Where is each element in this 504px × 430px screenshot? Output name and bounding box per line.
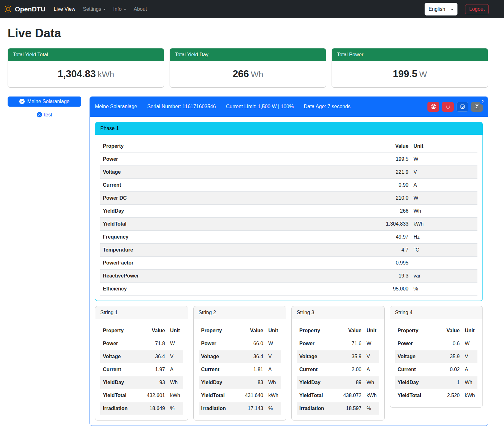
- property-cell: Voltage: [100, 165, 370, 178]
- table-row: Temperature 4.7 °C: [100, 243, 477, 256]
- value-cell: 0.90: [370, 178, 411, 191]
- summary-card-yield-day: Total Yield Day 266Wh: [170, 48, 326, 88]
- property-cell: Irradiation: [297, 402, 339, 415]
- property-cell: YieldDay: [199, 376, 241, 389]
- property-cell: Efficiency: [100, 282, 370, 295]
- value-cell: 2.520: [437, 389, 462, 402]
- unit-cell: A: [462, 363, 477, 376]
- column-property: Property: [297, 324, 339, 337]
- string-body: Property Value Unit Power: [390, 319, 483, 402]
- unit-cell: V: [266, 350, 281, 363]
- language-select[interactable]: English: [425, 3, 457, 16]
- unit-cell: var: [411, 269, 477, 282]
- unit-cell: [411, 256, 477, 269]
- main-row: Meine Solaranlage test Meine Solaranlage…: [8, 97, 488, 426]
- unit-cell: A: [364, 363, 379, 376]
- table-header-row: Property Value Unit: [100, 140, 477, 153]
- value-cell: 18.597: [339, 402, 364, 415]
- value-cell: 19.3: [370, 269, 411, 282]
- nav-settings-label: Settings: [83, 5, 101, 13]
- value-cell: 49.97: [370, 230, 411, 243]
- table-row: YieldTotal 431.640 kWh: [199, 389, 281, 402]
- summary-unit: Wh: [251, 70, 263, 79]
- inverter-card-body: Phase 1 Property Value Unit: [90, 117, 488, 426]
- table-row: YieldDay 1 Wh: [395, 376, 478, 389]
- property-cell: YieldTotal: [395, 389, 437, 402]
- table-header-row: Property Value Unit: [297, 324, 379, 337]
- nav-item-info[interactable]: Info: [109, 3, 130, 16]
- summary-unit: kWh: [98, 70, 114, 79]
- table-row: YieldTotal 2.520 kWh: [395, 389, 478, 402]
- string-card-2: String 2 Property Value Unit: [193, 306, 287, 421]
- logout-button[interactable]: Logout: [465, 4, 489, 14]
- limit-settings-button[interactable]: [427, 102, 439, 112]
- brand-label: OpenDTU: [15, 4, 46, 14]
- page-title: Live Data: [8, 24, 488, 42]
- table-header-row: Property Value Unit: [395, 324, 478, 337]
- nav-item-about[interactable]: About: [130, 3, 151, 16]
- unit-cell: V: [168, 350, 183, 363]
- value-cell: 0.02: [437, 363, 462, 376]
- inverter-card-header: Meine Solaranlage Serial Number: 1161716…: [90, 97, 488, 117]
- property-cell: Voltage: [297, 350, 339, 363]
- unit-cell: Wh: [266, 376, 281, 389]
- phase-title: Phase 1: [95, 122, 482, 135]
- value-cell: 66.0: [240, 337, 266, 350]
- string-title: String 3: [292, 306, 384, 319]
- unit-cell: °C: [411, 243, 477, 256]
- table-row: Current 2.00 A: [297, 363, 379, 376]
- table-row: YieldDay 89 Wh: [297, 376, 379, 389]
- device-info-button[interactable]: [457, 102, 468, 112]
- unit-cell: Wh: [364, 376, 379, 389]
- property-cell: YieldDay: [297, 376, 339, 389]
- inverter-item-test[interactable]: test: [8, 111, 81, 119]
- nav-item-live-view[interactable]: Live View: [50, 3, 79, 16]
- summary-unit: W: [419, 70, 427, 79]
- nav-item-settings[interactable]: Settings: [79, 3, 109, 16]
- brand-link[interactable]: OpenDTU: [4, 4, 46, 14]
- property-cell: YieldDay: [100, 376, 142, 389]
- value-cell: 266: [370, 204, 411, 217]
- value-cell: 93: [142, 376, 168, 389]
- value-cell: 89: [339, 376, 364, 389]
- table-row: Voltage 36.4 V: [100, 350, 183, 363]
- unit-cell: W: [411, 191, 477, 204]
- value-cell: 1.81: [240, 363, 266, 376]
- column-value: Value: [370, 140, 411, 153]
- table-row: Voltage 35.9 V: [395, 350, 478, 363]
- property-cell: Current: [199, 363, 241, 376]
- property-cell: YieldTotal: [100, 217, 370, 230]
- table-row: Irradiation 17.143 %: [199, 402, 281, 415]
- value-cell: 35.9: [339, 350, 364, 363]
- summary-value: 266: [233, 68, 249, 79]
- property-cell: Power: [395, 337, 437, 350]
- unit-cell: Wh: [411, 204, 477, 217]
- column-value: Value: [339, 324, 364, 337]
- summary-card-body: 199.5W: [332, 61, 488, 87]
- table-row: Voltage 35.9 V: [297, 350, 379, 363]
- string-table: Property Value Unit Power: [297, 324, 379, 415]
- inverter-selected-button[interactable]: Meine Solaranlage: [8, 97, 81, 107]
- value-cell: 432.601: [142, 389, 168, 402]
- string-table: Property Value Unit Power: [199, 324, 281, 415]
- table-header-row: Property Value Unit: [199, 324, 281, 337]
- column-value: Value: [142, 324, 168, 337]
- unit-cell: A: [168, 363, 183, 376]
- table-row: Power DC 210.0 W: [100, 191, 477, 204]
- events-button[interactable]: 2: [471, 102, 483, 112]
- column-property: Property: [199, 324, 241, 337]
- column-property: Property: [100, 140, 370, 153]
- phase-body: Property Value Unit Power: [95, 135, 482, 296]
- column-value: Value: [240, 324, 266, 337]
- summary-card-title: Total Yield Day: [170, 48, 326, 61]
- property-cell: Current: [395, 363, 437, 376]
- table-row: Power 71.8 W: [100, 337, 183, 350]
- property-cell: Irradiation: [100, 402, 142, 415]
- summary-card-body: 266Wh: [170, 61, 326, 87]
- unit-cell: %: [266, 402, 281, 415]
- summary-card-title: Total Power: [332, 48, 488, 61]
- value-cell: 71.8: [142, 337, 168, 350]
- power-button[interactable]: [442, 102, 454, 112]
- value-cell: 36.4: [142, 350, 168, 363]
- cpu-icon: [460, 104, 465, 109]
